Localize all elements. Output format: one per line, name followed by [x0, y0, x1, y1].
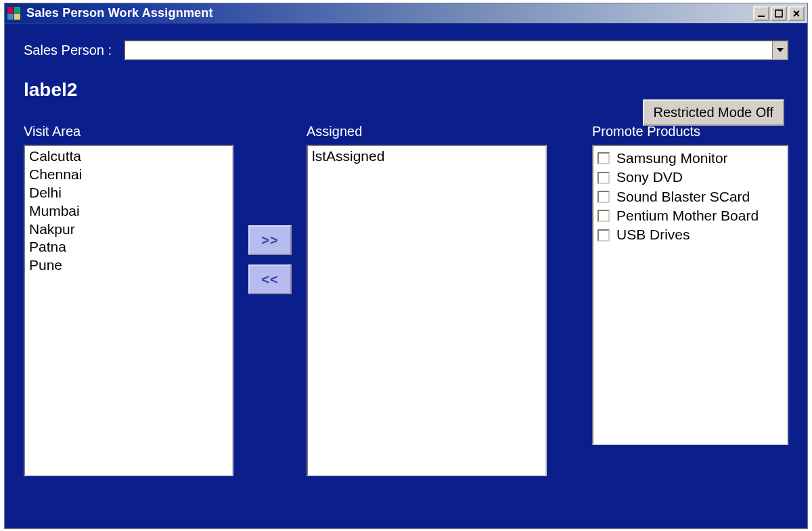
check-list-item[interactable]: Pentium Mother Board	[597, 206, 783, 225]
minimize-button[interactable]	[753, 6, 769, 21]
check-list-label: Sony DVD	[616, 168, 683, 187]
assigned-listbox[interactable]: lstAssigned	[307, 145, 547, 476]
checkbox[interactable]	[597, 191, 610, 203]
window-controls	[753, 6, 805, 21]
move-buttons-column: >> <<	[233, 124, 307, 294]
check-list-item[interactable]: Sony DVD	[597, 168, 783, 187]
close-icon	[792, 9, 800, 18]
checkbox[interactable]	[597, 172, 610, 184]
promote-products-listbox[interactable]: Samsung MonitorSony DVDSound Blaster SCa…	[592, 145, 788, 445]
list-item[interactable]: Mumbai	[29, 202, 228, 221]
assigned-column: Assigned lstAssigned	[307, 124, 547, 476]
checkbox[interactable]	[597, 152, 610, 164]
check-list-item[interactable]: USB Drives	[597, 225, 783, 244]
combo-drop-button[interactable]	[772, 41, 787, 59]
sales-person-combo[interactable]	[124, 40, 788, 60]
check-list-item[interactable]: Samsung Monitor	[597, 149, 783, 168]
list-item[interactable]: Chennai	[29, 166, 228, 184]
promote-products-column: Promote Products Samsung MonitorSony DVD…	[592, 124, 788, 445]
columns: Visit Area CalcuttaChennaiDelhiMumbaiNak…	[24, 124, 788, 476]
svg-rect-0	[758, 16, 765, 17]
close-button[interactable]	[788, 6, 805, 21]
sales-person-input[interactable]	[125, 41, 772, 59]
list-item[interactable]: Nakpur	[29, 221, 228, 239]
visit-area-listbox[interactable]: CalcuttaChennaiDelhiMumbaiNakpurPatnaPun…	[24, 145, 233, 476]
list-item[interactable]: Pune	[29, 256, 228, 275]
assigned-label: Assigned	[307, 124, 547, 139]
client-area: Sales Person : label2 Restricted Mode Of…	[5, 24, 807, 528]
check-list-label: Pentium Mother Board	[616, 206, 759, 225]
list-item[interactable]: Calcutta	[29, 147, 228, 166]
visit-area-label: Visit Area	[24, 124, 233, 139]
window-title: Sales Person Work Assignment	[26, 6, 753, 20]
promote-products-label: Promote Products	[592, 124, 788, 139]
check-list-label: Sound Blaster SCard	[616, 187, 750, 206]
label2: label2	[24, 79, 788, 101]
maximize-icon	[775, 9, 783, 18]
svg-marker-4	[777, 48, 784, 52]
app-window: Sales Person Work Assignment Sales Perso…	[4, 3, 808, 529]
check-list-item[interactable]: Sound Blaster SCard	[597, 187, 783, 206]
minimize-icon	[757, 9, 765, 18]
restricted-mode-button[interactable]: Restricted Mode Off	[643, 99, 784, 126]
visit-area-column: Visit Area CalcuttaChennaiDelhiMumbaiNak…	[24, 124, 233, 476]
list-item[interactable]: Patna	[29, 238, 228, 256]
move-right-button[interactable]: >>	[248, 225, 292, 255]
chevron-down-icon	[777, 48, 784, 52]
svg-rect-1	[775, 10, 782, 17]
list-item[interactable]: Delhi	[29, 184, 228, 202]
move-left-button[interactable]: <<	[248, 264, 292, 294]
titlebar[interactable]: Sales Person Work Assignment	[5, 3, 807, 24]
check-list-label: USB Drives	[616, 225, 690, 244]
checkbox[interactable]	[597, 210, 610, 222]
checkbox[interactable]	[597, 229, 610, 241]
app-icon	[7, 7, 21, 20]
list-item[interactable]: lstAssigned	[312, 147, 541, 166]
sales-person-row: Sales Person :	[24, 40, 788, 60]
maximize-button[interactable]	[771, 6, 787, 21]
sales-person-label: Sales Person :	[24, 43, 112, 58]
check-list-label: Samsung Monitor	[616, 149, 728, 168]
